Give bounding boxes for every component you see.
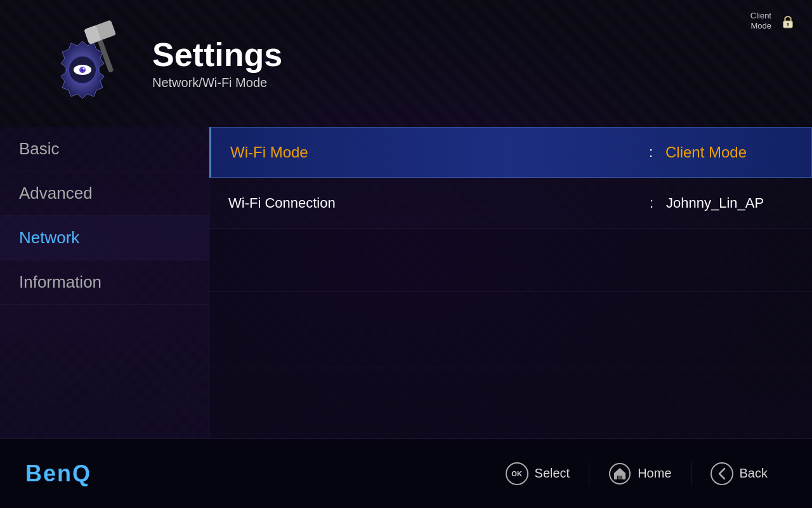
hammer-icon [76, 19, 133, 76]
select-label: Select [535, 466, 570, 481]
wifi-mode-separator: : [636, 144, 665, 161]
sidebar: Basic Advanced Network Information [0, 127, 209, 438]
sidebar-item-advanced[interactable]: Advanced [0, 171, 209, 216]
content-panel: Wi-Fi Mode : Client Mode Wi-Fi Connectio… [209, 127, 812, 438]
header: Settings Network/Wi-Fi Mode [0, 0, 812, 127]
wifi-mode-row[interactable]: Wi-Fi Mode : Client Mode [209, 127, 812, 178]
home-control[interactable]: Home [589, 462, 690, 485]
bottom-bar: BenQ OK Select Home [0, 438, 812, 508]
client-mode-indicator: Client Mode [750, 10, 799, 32]
wifi-connection-row[interactable]: Wi-Fi Connection : Johnny_Lin_AP [209, 178, 812, 229]
header-icon [38, 13, 140, 114]
svg-rect-13 [618, 476, 622, 479]
back-control[interactable]: Back [691, 462, 787, 485]
back-icon [710, 462, 733, 485]
home-icon [608, 462, 631, 485]
main-content: Basic Advanced Network Information Wi-Fi… [0, 127, 812, 438]
svg-rect-9 [97, 38, 114, 72]
empty-row-2 [209, 292, 812, 368]
sidebar-item-basic[interactable]: Basic [0, 127, 209, 171]
bottom-controls: OK Select Home Back [487, 462, 787, 485]
sidebar-item-network[interactable]: Network [0, 216, 209, 260]
header-text: Settings Network/Wi-Fi Mode [152, 37, 282, 90]
svg-rect-2 [787, 24, 789, 27]
page-subtitle: Network/Wi-Fi Mode [152, 76, 282, 90]
wifi-mode-label: Wi-Fi Mode [230, 144, 636, 161]
page-title: Settings [152, 37, 282, 73]
sidebar-item-information[interactable]: Information [0, 260, 209, 305]
back-label: Back [740, 466, 768, 481]
wifi-connection-separator: : [637, 195, 666, 211]
wifi-icon [776, 10, 799, 32]
empty-row-3 [209, 368, 812, 444]
benq-logo: BenQ [25, 460, 91, 487]
ok-button-icon: OK [506, 462, 528, 485]
wifi-connection-label: Wi-Fi Connection [228, 195, 637, 211]
empty-row-1 [209, 229, 812, 292]
client-mode-label: Client Mode [750, 11, 771, 30]
wifi-connection-value: Johnny_Lin_AP [666, 195, 793, 211]
wifi-mode-value: Client Mode [665, 144, 792, 161]
home-label: Home [638, 466, 671, 481]
select-control[interactable]: OK Select [487, 462, 589, 485]
